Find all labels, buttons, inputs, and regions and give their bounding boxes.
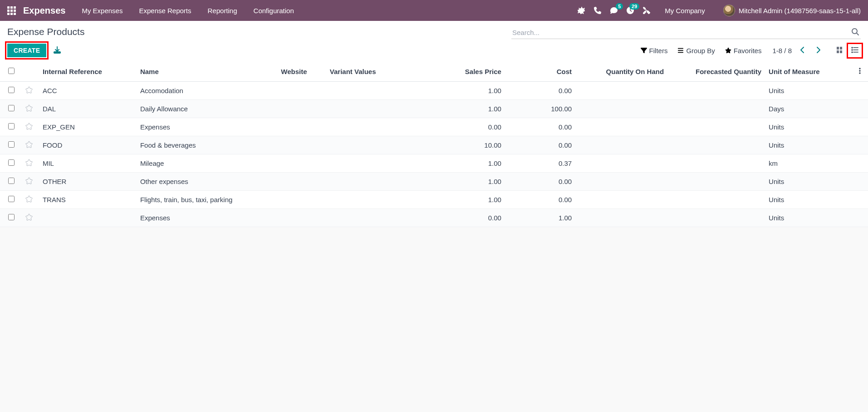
row-checkbox[interactable] [8,159,15,166]
avatar [723,5,735,16]
cell-cost: 0.00 [505,82,575,100]
row-checkbox[interactable] [8,214,15,220]
nav-my-expenses[interactable]: My Expenses [82,7,123,15]
cell-qty [575,173,667,191]
table-row[interactable]: MILMileage1.000.37km [0,154,868,173]
cell-website [277,118,326,136]
header-cost[interactable]: Cost [505,62,575,82]
row-star-icon[interactable] [22,100,39,118]
table-row[interactable]: TRANSFlights, train, bus, taxi, parking1… [0,191,868,209]
chat-icon[interactable]: 5 [610,7,618,14]
cell-qty [575,82,667,100]
row-star-icon[interactable] [22,136,39,154]
table-container: Internal Reference Name Website Variant … [0,62,868,227]
search-input[interactable] [511,27,850,38]
cell-price: 1.00 [418,100,505,118]
cell-ref: ACC [39,82,137,100]
pager-next[interactable] [814,45,823,56]
table-row[interactable]: OTHEROther expenses1.000.00Units [0,173,868,191]
activity-badge: 29 [629,3,639,10]
user-menu[interactable]: Mitchell Admin (14987569-saas-15-1-all) [723,5,861,16]
cell-ref: EXP_GEN [39,118,137,136]
cell-website [277,136,326,154]
table-row[interactable]: EXP_GENExpenses0.000.00Units [0,118,868,136]
cell-variant [326,100,418,118]
app-brand[interactable]: Expenses [23,5,65,16]
favorites-dropdown[interactable]: Favorites [725,47,762,55]
kebab-icon [859,67,861,74]
header-forecast[interactable]: Forecasted Quantity [667,62,765,82]
row-star-icon[interactable] [22,154,39,173]
cell-cost: 1.00 [505,209,575,227]
create-button[interactable]: CREATE [7,44,46,57]
debug-icon[interactable] [578,7,585,14]
cell-qty [575,209,667,227]
cell-variant [326,154,418,173]
groupby-dropdown[interactable]: Group By [677,47,715,55]
header-variant[interactable]: Variant Values [326,62,418,82]
kanban-view-button[interactable] [834,45,845,56]
list-view-button[interactable] [849,45,861,56]
table-row[interactable]: DALDaily Allowance1.00100.00Days [0,100,868,118]
table-row[interactable]: Expenses0.001.00Units [0,209,868,227]
cell-ref: TRANS [39,191,137,209]
cell-variant [326,173,418,191]
cell-cost: 0.00 [505,118,575,136]
tools-icon[interactable] [643,7,650,14]
cell-cost: 0.00 [505,136,575,154]
pager-text[interactable]: 1-8 / 8 [772,47,792,55]
header-name[interactable]: Name [137,62,277,82]
activity-icon[interactable]: 29 [627,7,634,14]
select-all-checkbox[interactable] [8,68,15,74]
apps-menu-icon[interactable] [7,6,16,15]
search-button[interactable] [850,26,861,39]
cell-variant [326,82,418,100]
cell-qty [575,136,667,154]
header-uom[interactable]: Unit of Measure [765,62,852,82]
star-icon [725,47,731,54]
nav-reporting[interactable]: Reporting [208,7,237,15]
row-checkbox[interactable] [8,105,15,111]
row-star-icon[interactable] [22,173,39,191]
header-ref[interactable]: Internal Reference [39,62,137,82]
header-qty[interactable]: Quantity On Hand [575,62,667,82]
company-selector[interactable]: My Company [665,7,705,15]
cell-uom: Days [765,100,852,118]
chevron-left-icon [799,46,806,54]
cell-price: 1.00 [418,154,505,173]
import-button[interactable] [52,45,63,57]
cell-qty [575,118,667,136]
filters-dropdown[interactable]: Filters [641,47,668,55]
filter-icon [641,47,647,54]
cell-ref: MIL [39,154,137,173]
row-star-icon[interactable] [22,191,39,209]
row-checkbox[interactable] [8,178,15,184]
table-row[interactable]: FOODFood & beverages10.000.00Units [0,136,868,154]
cell-price: 1.00 [418,82,505,100]
cell-website [277,100,326,118]
cell-ref: OTHER [39,173,137,191]
row-checkbox[interactable] [8,123,15,129]
row-checkbox[interactable] [8,87,15,93]
cell-uom: Units [765,173,852,191]
nav-expense-reports[interactable]: Expense Reports [139,7,191,15]
row-checkbox[interactable] [8,141,15,148]
cell-website [277,191,326,209]
row-star-icon[interactable] [22,82,39,100]
cell-uom: Units [765,209,852,227]
cell-name: Mileage [137,154,277,173]
cell-forecast [667,191,765,209]
row-star-icon[interactable] [22,118,39,136]
header-price[interactable]: Sales Price [418,62,505,82]
row-star-icon[interactable] [22,209,39,227]
cell-forecast [667,173,765,191]
table-row[interactable]: ACCAccomodation1.000.00Units [0,82,868,100]
cell-price: 0.00 [418,118,505,136]
phone-icon[interactable] [594,7,601,14]
row-checkbox[interactable] [8,196,15,202]
nav-configuration[interactable]: Configuration [254,7,294,15]
header-website[interactable]: Website [277,62,326,82]
cell-forecast [667,136,765,154]
pager-prev[interactable] [798,45,807,56]
column-options[interactable] [852,62,868,82]
